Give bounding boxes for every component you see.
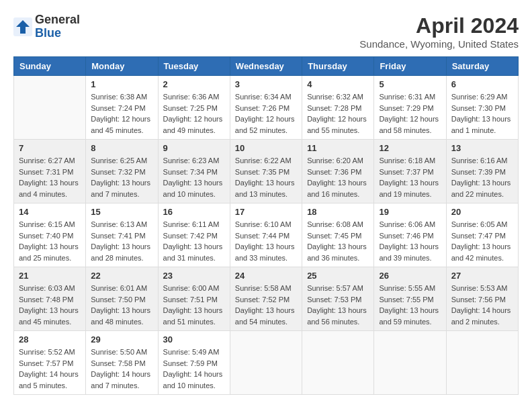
calendar-cell: 6Sunrise: 6:29 AMSunset: 7:30 PMDaylight…: [446, 76, 518, 140]
calendar-cell: 21Sunrise: 6:03 AMSunset: 7:48 PMDayligh…: [14, 267, 86, 331]
day-number: 12: [379, 143, 441, 153]
calendar-cell: 23Sunrise: 6:00 AMSunset: 7:51 PMDayligh…: [158, 267, 230, 331]
day-info: Sunrise: 6:18 AMSunset: 7:37 PMDaylight:…: [379, 155, 441, 199]
title-section: April 2024 Sundance, Wyoming, United Sta…: [359, 13, 519, 50]
day-number: 3: [235, 79, 297, 89]
calendar-cell: 22Sunrise: 6:01 AMSunset: 7:50 PMDayligh…: [86, 267, 158, 331]
column-header-wednesday: Wednesday: [230, 57, 302, 76]
calendar-week-row: 7Sunrise: 6:27 AMSunset: 7:31 PMDaylight…: [14, 140, 519, 203]
calendar-header-row: SundayMondayTuesdayWednesdayThursdayFrid…: [14, 57, 519, 76]
day-number: 4: [307, 79, 369, 89]
day-number: 9: [163, 143, 225, 153]
day-info: Sunrise: 6:22 AMSunset: 7:35 PMDaylight:…: [235, 155, 297, 199]
day-info: Sunrise: 6:23 AMSunset: 7:34 PMDaylight:…: [163, 155, 225, 199]
day-number: 27: [451, 271, 513, 281]
day-info: Sunrise: 6:03 AMSunset: 7:48 PMDaylight:…: [19, 283, 81, 327]
day-info: Sunrise: 5:58 AMSunset: 7:52 PMDaylight:…: [235, 283, 297, 327]
calendar-cell: 14Sunrise: 6:15 AMSunset: 7:40 PMDayligh…: [14, 203, 86, 267]
column-header-monday: Monday: [86, 57, 158, 76]
calendar-cell: 24Sunrise: 5:58 AMSunset: 7:52 PMDayligh…: [230, 267, 302, 331]
logo-text: General Blue: [35, 13, 80, 40]
day-number: 10: [235, 143, 297, 153]
calendar-cell: 15Sunrise: 6:13 AMSunset: 7:41 PMDayligh…: [86, 203, 158, 267]
calendar-cell: 16Sunrise: 6:11 AMSunset: 7:42 PMDayligh…: [158, 203, 230, 267]
calendar-week-row: 1Sunrise: 6:38 AMSunset: 7:24 PMDaylight…: [14, 76, 519, 140]
calendar-cell: 13Sunrise: 6:16 AMSunset: 7:39 PMDayligh…: [446, 140, 518, 203]
day-info: Sunrise: 6:05 AMSunset: 7:47 PMDaylight:…: [451, 219, 513, 263]
day-number: 20: [451, 207, 513, 217]
day-info: Sunrise: 6:20 AMSunset: 7:36 PMDaylight:…: [307, 155, 369, 199]
calendar-cell: 9Sunrise: 6:23 AMSunset: 7:34 PMDaylight…: [158, 140, 230, 203]
page-header: General Blue April 2024 Sundance, Wyomin…: [13, 13, 519, 50]
day-number: 7: [19, 143, 81, 153]
day-number: 1: [91, 79, 152, 89]
day-info: Sunrise: 6:13 AMSunset: 7:41 PMDaylight:…: [91, 219, 152, 263]
calendar-cell: 26Sunrise: 5:55 AMSunset: 7:55 PMDayligh…: [374, 267, 446, 331]
subtitle: Sundance, Wyoming, United States: [359, 38, 519, 50]
column-header-thursday: Thursday: [302, 57, 374, 76]
day-info: Sunrise: 6:32 AMSunset: 7:28 PMDaylight:…: [307, 91, 369, 136]
day-info: Sunrise: 6:38 AMSunset: 7:24 PMDaylight:…: [91, 91, 152, 136]
logo: General Blue: [13, 13, 80, 40]
day-number: 24: [235, 271, 297, 281]
calendar-cell: 2Sunrise: 6:36 AMSunset: 7:25 PMDaylight…: [158, 76, 230, 140]
calendar-cell: 1Sunrise: 6:38 AMSunset: 7:24 PMDaylight…: [86, 76, 158, 140]
day-info: Sunrise: 6:06 AMSunset: 7:46 PMDaylight:…: [379, 219, 441, 263]
day-number: 17: [235, 207, 297, 217]
day-info: Sunrise: 6:29 AMSunset: 7:30 PMDaylight:…: [451, 91, 513, 136]
calendar-cell: [14, 76, 86, 140]
day-info: Sunrise: 6:25 AMSunset: 7:32 PMDaylight:…: [91, 155, 152, 199]
day-number: 5: [379, 79, 441, 89]
calendar-cell: 17Sunrise: 6:10 AMSunset: 7:44 PMDayligh…: [230, 203, 302, 267]
calendar-week-row: 14Sunrise: 6:15 AMSunset: 7:40 PMDayligh…: [14, 203, 519, 267]
day-info: Sunrise: 6:27 AMSunset: 7:31 PMDaylight:…: [19, 155, 81, 199]
day-info: Sunrise: 5:50 AMSunset: 7:58 PMDaylight:…: [91, 347, 152, 391]
calendar-week-row: 21Sunrise: 6:03 AMSunset: 7:48 PMDayligh…: [14, 267, 519, 331]
day-number: 28: [19, 334, 81, 345]
day-number: 6: [451, 79, 513, 89]
day-number: 2: [163, 79, 225, 89]
day-info: Sunrise: 6:31 AMSunset: 7:29 PMDaylight:…: [379, 91, 441, 136]
day-number: 8: [91, 143, 152, 153]
day-number: 22: [91, 271, 152, 281]
calendar-week-row: 28Sunrise: 5:52 AMSunset: 7:57 PMDayligh…: [14, 331, 519, 395]
logo-general: General: [35, 13, 80, 27]
calendar-cell: [302, 331, 374, 395]
day-info: Sunrise: 6:15 AMSunset: 7:40 PMDaylight:…: [19, 219, 81, 263]
day-number: 23: [163, 271, 225, 281]
logo-blue: Blue: [35, 27, 80, 40]
calendar-cell: 4Sunrise: 6:32 AMSunset: 7:28 PMDaylight…: [302, 76, 374, 140]
calendar-cell: 18Sunrise: 6:08 AMSunset: 7:45 PMDayligh…: [302, 203, 374, 267]
calendar-cell: [374, 331, 446, 395]
column-header-saturday: Saturday: [446, 57, 518, 76]
day-info: Sunrise: 6:00 AMSunset: 7:51 PMDaylight:…: [163, 283, 225, 327]
day-info: Sunrise: 5:52 AMSunset: 7:57 PMDaylight:…: [19, 347, 81, 391]
day-number: 14: [19, 207, 81, 217]
day-info: Sunrise: 6:01 AMSunset: 7:50 PMDaylight:…: [91, 283, 152, 327]
day-info: Sunrise: 6:34 AMSunset: 7:26 PMDaylight:…: [235, 91, 297, 136]
day-number: 29: [91, 334, 152, 345]
calendar-cell: 11Sunrise: 6:20 AMSunset: 7:36 PMDayligh…: [302, 140, 374, 203]
day-number: 18: [307, 207, 369, 217]
calendar-cell: 7Sunrise: 6:27 AMSunset: 7:31 PMDaylight…: [14, 140, 86, 203]
day-number: 15: [91, 207, 152, 217]
main-title: April 2024: [359, 13, 519, 38]
calendar-cell: [230, 331, 302, 395]
calendar-table: SundayMondayTuesdayWednesdayThursdayFrid…: [13, 56, 519, 395]
column-header-friday: Friday: [374, 57, 446, 76]
day-info: Sunrise: 5:53 AMSunset: 7:56 PMDaylight:…: [451, 283, 513, 327]
day-number: 16: [163, 207, 225, 217]
day-info: Sunrise: 6:11 AMSunset: 7:42 PMDaylight:…: [163, 219, 225, 263]
calendar-cell: 10Sunrise: 6:22 AMSunset: 7:35 PMDayligh…: [230, 140, 302, 203]
calendar-cell: 3Sunrise: 6:34 AMSunset: 7:26 PMDaylight…: [230, 76, 302, 140]
calendar-cell: 29Sunrise: 5:50 AMSunset: 7:58 PMDayligh…: [86, 331, 158, 395]
day-number: 25: [307, 271, 369, 281]
calendar-cell: 19Sunrise: 6:06 AMSunset: 7:46 PMDayligh…: [374, 203, 446, 267]
calendar-cell: [446, 331, 518, 395]
calendar-cell: 8Sunrise: 6:25 AMSunset: 7:32 PMDaylight…: [86, 140, 158, 203]
calendar-cell: 20Sunrise: 6:05 AMSunset: 7:47 PMDayligh…: [446, 203, 518, 267]
logo-icon: [13, 17, 32, 36]
calendar-cell: 25Sunrise: 5:57 AMSunset: 7:53 PMDayligh…: [302, 267, 374, 331]
day-info: Sunrise: 5:57 AMSunset: 7:53 PMDaylight:…: [307, 283, 369, 327]
day-info: Sunrise: 6:10 AMSunset: 7:44 PMDaylight:…: [235, 219, 297, 263]
